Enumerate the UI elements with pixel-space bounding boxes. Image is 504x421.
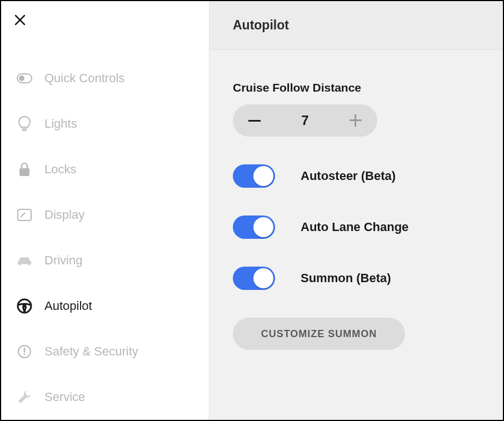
app-frame: Quick Controls Lights Locks Display — [0, 0, 504, 421]
sidebar-item-service[interactable]: Service — [1, 374, 209, 420]
steering-icon — [17, 298, 32, 314]
sidebar-item-label: Autopilot — [44, 299, 92, 313]
sidebar-item-driving[interactable]: Driving — [1, 238, 209, 283]
sidebar-item-label: Display — [44, 208, 84, 222]
toggle-row-auto-lane-change: Auto Lane Change — [233, 215, 480, 239]
close-icon — [14, 14, 26, 26]
autosteer-toggle[interactable] — [233, 164, 275, 188]
panel-header: Autopilot — [209, 1, 503, 50]
panel-content: Cruise Follow Distance 7 Autosteer (Beta… — [209, 50, 503, 381]
svg-rect-2 — [19, 168, 29, 176]
sidebar-item-label: Driving — [44, 253, 82, 268]
wrench-icon — [17, 389, 32, 405]
toggle-row-summon: Summon (Beta) — [233, 267, 480, 290]
summon-toggle[interactable] — [233, 267, 275, 290]
svg-rect-3 — [18, 209, 31, 220]
svg-point-8 — [24, 354, 26, 355]
sidebar-item-label: Locks — [44, 162, 76, 177]
auto-lane-change-toggle[interactable] — [233, 215, 275, 239]
sidebar-item-locks[interactable]: Locks — [1, 147, 209, 192]
toggle-label: Summon (Beta) — [301, 271, 391, 285]
sidebar-item-display[interactable]: Display — [1, 192, 209, 238]
toggle-knob — [253, 217, 273, 237]
toggle-label: Auto Lane Change — [301, 220, 408, 234]
sidebar: Quick Controls Lights Locks Display — [1, 1, 209, 420]
alert-icon — [17, 344, 32, 359]
sidebar-item-label: Safety & Security — [44, 344, 138, 359]
sidebar-item-label: Lights — [44, 117, 77, 131]
cruise-stepper: 7 — [233, 104, 377, 137]
sidebar-nav: Quick Controls Lights Locks Display — [1, 33, 209, 420]
sidebar-item-lights[interactable]: Lights — [1, 101, 209, 147]
sidebar-item-quick-controls[interactable]: Quick Controls — [1, 56, 209, 101]
bulb-icon — [17, 116, 32, 132]
toggle-knob — [253, 268, 273, 288]
toggle-knob — [253, 166, 273, 186]
minus-icon — [248, 120, 261, 122]
display-icon — [17, 207, 32, 223]
cruise-label: Cruise Follow Distance — [233, 81, 480, 94]
sidebar-item-safety[interactable]: Safety & Security — [1, 329, 209, 374]
car-icon — [17, 253, 32, 268]
toggle-row-autosteer: Autosteer (Beta) — [233, 164, 480, 188]
svg-point-1 — [19, 76, 24, 81]
close-button[interactable] — [12, 12, 28, 28]
close-area — [1, 1, 209, 33]
toggle-label: Autosteer (Beta) — [301, 169, 396, 183]
sidebar-item-label: Quick Controls — [44, 71, 124, 86]
plus-icon — [350, 114, 362, 127]
decrement-button[interactable] — [246, 112, 263, 129]
increment-button[interactable] — [347, 112, 364, 129]
button-label: CUSTOMIZE SUMMON — [261, 328, 377, 340]
page-title: Autopilot — [233, 18, 289, 33]
sidebar-item-autopilot[interactable]: Autopilot — [1, 283, 209, 329]
cruise-section: Cruise Follow Distance 7 — [233, 81, 480, 137]
toggle-icon — [17, 71, 32, 86]
cruise-value: 7 — [301, 113, 308, 128]
customize-summon-button[interactable]: CUSTOMIZE SUMMON — [233, 318, 405, 350]
main-panel: Autopilot Cruise Follow Distance 7 Autos… — [209, 1, 503, 420]
lock-icon — [17, 162, 32, 177]
sidebar-item-label: Service — [44, 390, 85, 404]
